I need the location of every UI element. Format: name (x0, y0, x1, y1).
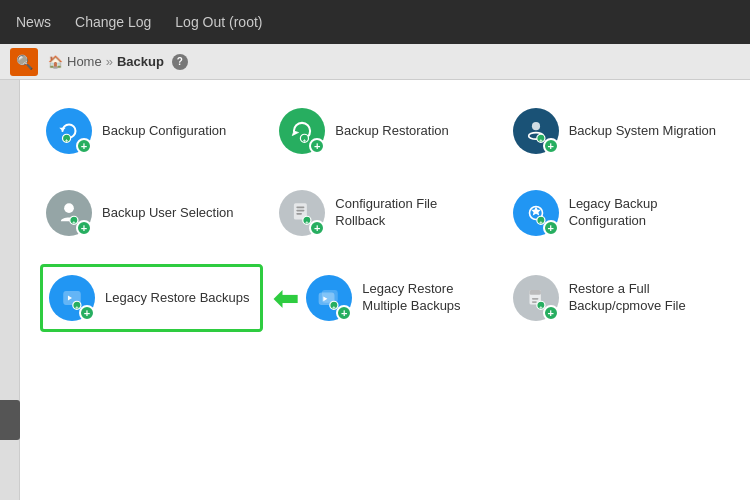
restore-full-backup-label: Restore a Full Backup/cpmove File (569, 281, 724, 315)
item-config-file-rollback[interactable]: + + Configuration File Rollback (273, 182, 496, 244)
svg-rect-12 (297, 207, 305, 209)
backup-system-migration-icon: + + (513, 108, 559, 154)
row-with-arrow: ⬅ + + Legacy Restore Multiple Backups (273, 264, 496, 332)
breadcrumb: 🏠 Home » Backup ? (48, 54, 188, 70)
breadcrumb-bar: 🔍 🏠 Home » Backup ? (0, 44, 750, 80)
badge-plus: + (543, 138, 559, 154)
search-button[interactable]: 🔍 (10, 48, 38, 76)
item-backup-config[interactable]: + + Backup Configuration (40, 100, 263, 162)
backup-restoration-icon: + + (279, 108, 325, 154)
item-backup-user-selection[interactable]: + + Backup User Selection (40, 182, 263, 244)
breadcrumb-home[interactable]: Home (67, 54, 102, 69)
restore-full-backup-icon: + + (513, 275, 559, 321)
content-area: + + Backup Configuration + + Ba (20, 80, 750, 500)
badge-plus: + (309, 220, 325, 236)
backup-user-selection-label: Backup User Selection (102, 205, 234, 222)
item-legacy-restore-backups[interactable]: + + Legacy Restore Backups (40, 264, 263, 332)
nav-logout[interactable]: Log Out (root) (175, 14, 262, 30)
arrow-icon: ⬅ (273, 281, 298, 316)
main-layout: + + Backup Configuration + + Ba (0, 80, 750, 500)
svg-rect-29 (532, 298, 539, 300)
badge-plus: + (76, 220, 92, 236)
nav-news[interactable]: News (16, 14, 51, 30)
legacy-restore-multiple-label: Legacy Restore Multiple Backups (362, 281, 492, 315)
item-restore-full-backup[interactable]: + + Restore a Full Backup/cpmove File (507, 264, 730, 332)
top-navigation: News Change Log Log Out (root) (0, 0, 750, 44)
backup-system-migration-label: Backup System Migration (569, 123, 716, 140)
legacy-restore-multiple-icon: + + (306, 275, 352, 321)
svg-rect-13 (297, 210, 305, 212)
svg-rect-14 (297, 213, 303, 215)
badge-plus: + (336, 305, 352, 321)
item-legacy-restore-multiple[interactable]: + + Legacy Restore Multiple Backups (302, 267, 496, 329)
icon-grid: + + Backup Configuration + + Ba (40, 100, 730, 332)
sidebar-handle[interactable] (0, 400, 20, 440)
legacy-backup-config-label: Legacy Backup Configuration (569, 196, 724, 230)
svg-rect-30 (532, 301, 537, 303)
sidebar (0, 80, 20, 500)
backup-user-selection-icon: + + (46, 190, 92, 236)
badge-plus: + (76, 138, 92, 154)
item-legacy-backup-config[interactable]: + + Legacy Backup Configuration (507, 182, 730, 244)
svg-point-8 (64, 203, 74, 213)
item-backup-restoration[interactable]: + + Backup Restoration (273, 100, 496, 162)
breadcrumb-current: Backup (117, 54, 164, 69)
backup-config-icon: + + (46, 108, 92, 154)
item-backup-system-migration[interactable]: + + Backup System Migration (507, 100, 730, 162)
badge-plus: + (543, 220, 559, 236)
badge-plus: + (79, 305, 95, 321)
svg-point-4 (532, 122, 540, 130)
legacy-backup-config-icon: + + (513, 190, 559, 236)
config-file-rollback-icon: + + (279, 190, 325, 236)
badge-plus: + (543, 305, 559, 321)
nav-changelog[interactable]: Change Log (75, 14, 151, 30)
config-file-rollback-label: Configuration File Rollback (335, 196, 490, 230)
legacy-restore-backups-label: Legacy Restore Backups (105, 290, 250, 307)
badge-plus: + (309, 138, 325, 154)
breadcrumb-separator: » (106, 54, 113, 69)
backup-config-label: Backup Configuration (102, 123, 226, 140)
search-icon: 🔍 (16, 54, 33, 70)
svg-rect-28 (529, 290, 540, 295)
legacy-restore-backups-icon: + + (49, 275, 95, 321)
help-icon[interactable]: ? (172, 54, 188, 70)
backup-restoration-label: Backup Restoration (335, 123, 448, 140)
home-icon: 🏠 (48, 55, 63, 69)
